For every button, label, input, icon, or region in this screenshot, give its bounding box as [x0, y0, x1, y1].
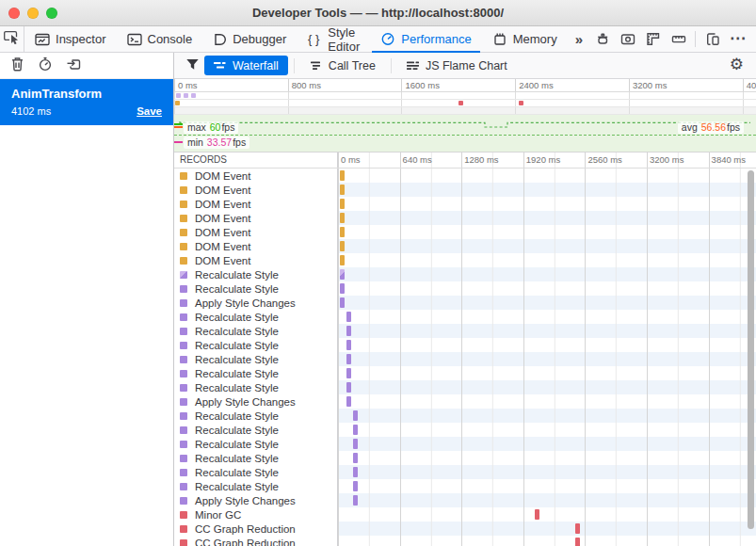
record-row[interactable]: Recalculate Style	[174, 465, 756, 479]
tab-performance[interactable]: Performance	[370, 26, 481, 52]
waterfall-tick-label: 1280 ms	[464, 154, 498, 165]
close-window-button[interactable]	[8, 8, 20, 19]
import-icon	[66, 56, 82, 75]
marker-bar	[340, 213, 345, 223]
record-row[interactable]: DOM Event	[174, 197, 756, 211]
view-button-call-tree[interactable]: Call Tree	[300, 56, 385, 75]
record-graph-cell	[338, 211, 756, 225]
record-row[interactable]: Recalculate Style	[174, 437, 756, 451]
record-row[interactable]: DOM Event	[174, 183, 756, 197]
record-row[interactable]: Recalculate Style	[174, 423, 756, 437]
tab-overflow-chevron[interactable]: »	[568, 31, 589, 47]
node-picker-button[interactable]	[0, 26, 24, 52]
record-row[interactable]: Recalculate Style	[174, 267, 756, 281]
view-label: Waterfall	[233, 59, 279, 72]
tab-memory[interactable]: Memory	[482, 26, 568, 52]
tab-style-editor[interactable]: { }Style Editor	[297, 26, 370, 52]
tab-console[interactable]: Console	[117, 26, 203, 52]
record-row[interactable]: DOM Event	[174, 253, 756, 267]
marker-swatch	[180, 525, 187, 533]
record-row[interactable]: DOM Event	[174, 239, 756, 253]
record-label-cell: CC Graph Reduction	[174, 536, 338, 546]
node-picker-icon	[4, 30, 20, 48]
start-recording-button[interactable]	[38, 56, 53, 75]
settings-gear-button[interactable]: ⚙	[730, 56, 750, 74]
record-row[interactable]: DOM Event	[174, 211, 756, 225]
screenshot-button[interactable]	[615, 27, 640, 52]
framerate-graph[interactable]: max 60fps avg 56.56fps min 33.57fps	[174, 115, 756, 153]
record-row[interactable]: Recalculate Style	[174, 310, 756, 324]
waterfall-ruler: 0 ms640 ms1280 ms1920 ms2560 ms3200 ms38…	[338, 153, 756, 168]
tab-debugger[interactable]: Debugger	[202, 26, 297, 52]
record-row[interactable]: Recalculate Style	[174, 380, 756, 394]
marker-swatch	[180, 172, 187, 180]
paint-pot-button[interactable]	[589, 27, 615, 52]
record-row[interactable]: Recalculate Style	[174, 366, 756, 380]
record-row[interactable]: Recalculate Style	[174, 479, 756, 493]
record-label: DOM Event	[195, 227, 250, 238]
fps-line-svg	[174, 115, 755, 152]
record-label: Recalculate Style	[195, 439, 279, 450]
minimize-window-button[interactable]	[27, 8, 39, 19]
record-row[interactable]: Recalculate Style	[174, 451, 756, 465]
fps-min-label: min 33.57fps	[184, 136, 249, 149]
record-graph-cell	[338, 183, 756, 197]
record-row[interactable]: Apply Style Changes	[174, 296, 756, 310]
record-row[interactable]: Recalculate Style	[174, 338, 756, 352]
marker-bar	[346, 382, 351, 393]
record-label: Recalculate Style	[195, 368, 279, 379]
overview-tick-label: 1600 ms	[406, 80, 440, 90]
record-label: Recalculate Style	[195, 354, 279, 365]
view-button-js-flame-chart[interactable]: JS Flame Chart	[397, 56, 517, 75]
record-row[interactable]: Minor GC	[174, 507, 756, 522]
record-row[interactable]: DOM Event	[174, 169, 756, 183]
meatball-menu-button[interactable]: ⋯	[725, 28, 752, 51]
save-recording-link[interactable]: Save	[137, 105, 162, 117]
clear-recordings-button[interactable]	[10, 56, 24, 75]
record-graph-cell	[338, 437, 756, 451]
recording-duration: 4102 ms	[11, 105, 51, 117]
record-row[interactable]: Apply Style Changes	[174, 493, 756, 507]
marker-bar	[340, 255, 345, 265]
tab-inspector[interactable]: Inspector	[24, 26, 116, 52]
marker-swatch	[180, 201, 187, 208]
waterfall-records: RECORDS 0 ms640 ms1280 ms1920 ms2560 ms3…	[174, 153, 756, 546]
marker-bar	[346, 312, 351, 322]
rulers-button[interactable]	[640, 27, 666, 52]
record-label-cell: Recalculate Style	[174, 267, 338, 281]
vertical-scrollbar-thumb[interactable]	[748, 170, 754, 529]
record-label: Apply Style Changes	[195, 297, 296, 309]
zoom-window-button[interactable]	[46, 8, 57, 19]
measure-button[interactable]	[666, 27, 691, 52]
marker-swatch	[180, 455, 187, 462]
record-row[interactable]: Recalculate Style	[174, 352, 756, 366]
waterfall-tick-label: 0 ms	[341, 154, 361, 165]
record-label: Recalculate Style	[195, 453, 279, 464]
filter-button[interactable]	[180, 57, 204, 74]
record-graph-cell	[338, 253, 756, 267]
responsive-design-button[interactable]	[700, 27, 725, 52]
record-label: DOM Event	[195, 170, 250, 182]
overview-ruler: 0 ms800 ms1600 ms2400 ms3200 ms4000 ms	[174, 79, 756, 92]
record-graph-cell	[338, 197, 756, 211]
record-row[interactable]: Apply Style Changes	[174, 394, 756, 409]
marker-swatch	[180, 370, 187, 377]
import-recording-button[interactable]	[66, 56, 82, 75]
record-graph-cell	[338, 267, 756, 281]
record-row[interactable]: DOM Event	[174, 225, 756, 239]
record-graph-cell	[338, 338, 756, 352]
marker-swatch	[180, 299, 187, 307]
recording-item[interactable]: AnimTransform 4102 ms Save	[0, 79, 173, 125]
style-editor-icon: { }	[307, 33, 322, 46]
record-row[interactable]: CC Graph Reduction	[174, 522, 756, 536]
marker-bar	[340, 297, 345, 308]
record-row[interactable]: Recalculate Style	[174, 281, 756, 296]
view-button-waterfall[interactable]: Waterfall	[204, 56, 288, 75]
record-row[interactable]: CC Graph Reduction	[174, 536, 756, 546]
record-row[interactable]: Recalculate Style	[174, 409, 756, 423]
record-label-cell: DOM Event	[174, 225, 338, 239]
record-row[interactable]: Recalculate Style	[174, 324, 756, 338]
marker-bar	[346, 368, 351, 378]
record-label: DOM Event	[195, 241, 250, 252]
record-label-cell: DOM Event	[174, 253, 338, 267]
